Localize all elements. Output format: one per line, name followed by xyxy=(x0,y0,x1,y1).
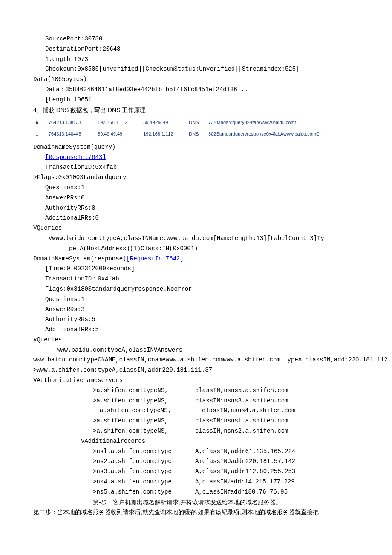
queries-label: VQueries xyxy=(33,223,359,234)
pkt1-src: 192.168.1.112 xyxy=(95,117,141,128)
additional-record-row: >ns3.a.shifen.com:typeA,classIN,addr112.… xyxy=(33,467,359,477)
ns-right: classIN,nsns4.a.shifen.com xyxy=(202,406,295,416)
query-auth-rrs: AuthorityRRs:0 xyxy=(33,203,359,214)
query-entry-line2: pe:A(HostAddress)(1)Class:IN(0x0001) xyxy=(33,244,359,254)
query-txid: TransactionID:0x4fab xyxy=(33,162,359,173)
pkt1-info: 73Standardquery0×4fabAwww.baidu.comt xyxy=(206,117,359,128)
add-left: >ns5.a.shifen.com:type xyxy=(33,487,195,497)
resp-answer-rrs: AnswerRRs:3 xyxy=(33,305,359,315)
ns-left: >a.shifen.com:typeNS, xyxy=(33,396,195,406)
ns-left: >a.shifen.com:typeNS, xyxy=(33,426,195,436)
ns-record-row: a.shifen.com:typeNS,classIN,nsns4.a.shif… xyxy=(33,406,359,416)
pkt2-time: 764313.140445 xyxy=(46,128,95,140)
pkt1-time: 764213.138133 xyxy=(46,117,95,128)
pkt2-proto: DNS xyxy=(186,128,206,140)
dns-response-title: DomainNameSystem(response) xyxy=(33,255,126,262)
resp-time: [Time:0.002312000seconds] xyxy=(33,264,359,274)
pkt1-proto: DNS xyxy=(186,117,206,128)
query-answer-rrs: AnswerRRs:0 xyxy=(33,193,359,203)
add-left: >ns2.a.shifen.com:type xyxy=(33,457,195,467)
add-left: >nsl.a.shifen.com:type xyxy=(33,447,195,457)
dns-query-title: DomainNameSystem(query) xyxy=(33,142,359,153)
resp-questions: Questions:1 xyxy=(33,295,359,305)
resp-add-rrs: AdditionalRRs:5 xyxy=(33,325,359,335)
resp-queries-label: vQueries xyxy=(33,335,359,345)
step-2-text: 第二步：当本地的域名服务器收到请求后,就先查询本地的缓存,如果有该纪录项,则本地… xyxy=(33,507,359,517)
additional-records-label: VAdditionalrecords xyxy=(33,436,359,447)
query-questions: Questions:1 xyxy=(33,183,359,193)
section-4-title: 4、捕获 DNS 数据包，写出 DNS 工作原理 xyxy=(33,105,359,116)
data-length: [Length:10651 xyxy=(33,95,359,105)
ns-right: classIN₁nsns3.a.shifen.com xyxy=(195,396,288,406)
ns-right: classIN₁nsnsl.a.shifen.com xyxy=(195,416,288,426)
add-right: A,classINﾅaddr14.215.177.229 xyxy=(195,477,295,487)
ns-left: >a.shifen.com:typeNS, xyxy=(33,386,195,396)
add-right: A,classINﾅaddr180.76.76.95 xyxy=(195,487,288,497)
packet-row-1[interactable]: ▶ 764213.138133 192.168.1.112 59.49.49.4… xyxy=(33,117,359,128)
ns-record-row: >a.shifen.com:typeNS,classIN₁nsnsl.a.shi… xyxy=(33,416,359,426)
resp-answer-1: www.baidu.com:typeCNAME,classIN,cnamewww… xyxy=(33,355,359,365)
data-hex: Data：358460464611af8ed03ee442blblb5f4f6f… xyxy=(33,85,359,95)
ns-record-row: >a.shifen.com:typeNS,classIN,nsns2.a.shi… xyxy=(33,426,359,436)
pkt2-dst: 192.168.1.112 xyxy=(141,128,186,140)
row-number: 1. xyxy=(33,128,46,140)
query-flags: >Flags:0x0100Standardquery xyxy=(33,173,359,183)
expand-icon[interactable]: ▶ xyxy=(36,119,42,126)
query-entry-line1: Vwww.baidu.com:typeA,classINName:www.bai… xyxy=(33,234,359,244)
udp-length: 1.ength:1073 xyxy=(33,55,359,65)
pkt1-dst: 59.49.49.49 xyxy=(141,117,186,128)
additional-record-row: >ns2.a.shifen.com:typeA₁classINJaddr220.… xyxy=(33,457,359,467)
resp-flags: Flags:0x8180Standardqueryresponse.Noerro… xyxy=(33,284,359,295)
additional-record-row: >ns5.a.shifen.com:typeA,classINﾅaddr180.… xyxy=(33,487,359,497)
ns-left: >a.shifen.com:typeNS, xyxy=(33,416,195,426)
dns-response-title-line: DomainNameSystem(response)[RequestIn:764… xyxy=(33,254,359,264)
add-right: A,classIN,addr61.135.165.224 xyxy=(195,447,295,457)
add-right: A₁classINJaddr220.181.57,142 xyxy=(195,457,295,467)
step-1-text: 第-步：客户机提出域名解析请求,并将该请求发送给本地的域名服务器。 xyxy=(33,497,359,508)
udp-dest-port: DestinationPort:20648 xyxy=(33,44,359,55)
request-in-link[interactable]: [RequestIn:7642] xyxy=(126,255,183,262)
resp-auth-rrs: AuthorityRRs:5 xyxy=(33,315,359,325)
additional-record-row: >nsl.a.shifen.com:typeA,classIN,addr61.1… xyxy=(33,447,359,457)
add-left: >ns4.a.shifen.com:type xyxy=(33,477,195,487)
udp-source-port: SourcePort:30730 xyxy=(33,34,359,44)
pkt2-src: 59.49.49.49 xyxy=(95,128,141,140)
query-add-rrs: AdditionalRRs:0 xyxy=(33,213,359,223)
ns-record-row: >a.shifen.com:typeNS,classIN₁nsns3.a.shi… xyxy=(33,396,359,406)
packet-list-table: ▶ 764213.138133 192.168.1.112 59.49.49.4… xyxy=(33,117,359,139)
resp-query-line: www.baidu.com:typeA,classINVAnswers xyxy=(33,345,359,356)
ns-right: classIN,nsns5.a.shifen.com xyxy=(195,386,288,396)
resp-answer-2: >www.a.shifen.com:typeA,classIN,addr220.… xyxy=(33,365,359,376)
add-left: >ns3.a.shifen.com:type xyxy=(33,467,195,477)
add-right: A,classIN,addr112.80.255.253 xyxy=(195,467,295,477)
ns-record-row: >a.shifen.com:typeNS,classIN,nsns5.a.shi… xyxy=(33,386,359,396)
packet-row-2[interactable]: 1. 764313.140445 59.49.49.49 192.168.1.1… xyxy=(33,128,359,140)
ns-left: a.shifen.com:typeNS, xyxy=(33,406,202,416)
additional-record-row: >ns4.a.shifen.com:typeA,classINﾅaddr14.2… xyxy=(33,477,359,487)
auth-ns-label: VAuthoritativenameservers xyxy=(33,376,359,386)
resp-txid: TransactionID：0x4fab xyxy=(33,274,359,284)
udp-checksum: Checksum:0x8505[unverified][ChecksumStat… xyxy=(33,64,359,75)
pkt2-info: 302Standardqueryresponse0x4fabAwww.baidu… xyxy=(206,128,359,140)
response-in-link[interactable]: [ResponseIn:7643] xyxy=(45,154,106,161)
ns-right: classIN,nsns2.a.shifen.com xyxy=(195,426,288,436)
data-header: Data(1065bytes) xyxy=(33,75,359,85)
